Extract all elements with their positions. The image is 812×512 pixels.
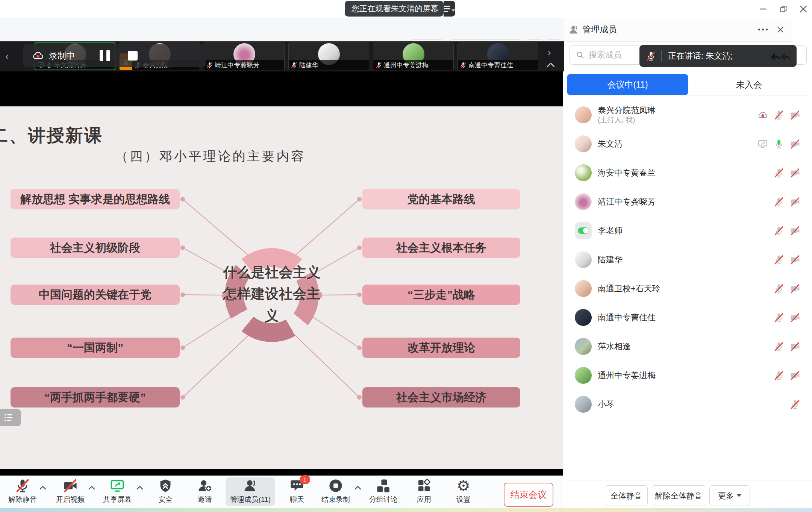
mute-all-button[interactable]: 全体静音 — [605, 485, 648, 506]
stop-recording-button[interactable] — [128, 51, 138, 61]
participant-row[interactable]: 海安中专黄春兰 — [564, 158, 812, 187]
participant-name: 泰兴分院范凤琳 — [598, 105, 656, 116]
camera-off-icon[interactable] — [790, 313, 800, 323]
mic-off-icon[interactable] — [774, 226, 784, 236]
video-tile-nantong[interactable]: 南通中专曹佳佳 — [458, 42, 538, 70]
avatar — [575, 251, 592, 268]
avatar — [575, 222, 592, 239]
scroll-left-button[interactable]: ‹ — [5, 50, 9, 62]
participant-list: 泰兴分院范凤琳 (主持人, 我) 朱文清 — [564, 100, 812, 419]
apps-icon — [417, 479, 431, 493]
breakout-icon — [376, 479, 391, 493]
camera-off-icon[interactable] — [790, 139, 800, 149]
gear-icon: ⚙ — [457, 479, 470, 493]
raise-hand-history-icon — [766, 49, 793, 63]
mic-off-icon[interactable] — [774, 342, 784, 351]
cloud-recording-icon[interactable] — [758, 110, 768, 120]
chevron-up-icon — [39, 486, 46, 490]
toolbar-stop-recording[interactable]: 结束录制 — [311, 478, 360, 504]
participant-name: 李老师 — [598, 226, 623, 236]
mic-off-icon[interactable] — [774, 313, 784, 323]
participant-name: 小琴 — [598, 399, 614, 410]
video-tile-tongzhou[interactable]: 通州中专姜进梅 — [373, 42, 454, 70]
participant-row[interactable]: 萍水相逢 — [564, 332, 812, 361]
collapse-strip-button[interactable] — [547, 62, 555, 67]
video-tile-label: 陆建华 — [289, 60, 369, 70]
mic-off-icon[interactable] — [774, 168, 784, 178]
tab-not-joined[interactable]: 未入会 — [688, 74, 810, 95]
participant-row[interactable]: 靖江中专龚晓芳 — [564, 187, 812, 216]
mic-off-icon — [460, 62, 467, 68]
camera-off-icon[interactable] — [790, 168, 800, 178]
mic-off-icon[interactable] — [774, 255, 784, 265]
video-tile-lujianhua[interactable]: 陆建华 — [288, 42, 369, 70]
camera-off-icon[interactable] — [790, 197, 800, 207]
participant-name: 南通中专曹佳佳 — [598, 312, 656, 323]
panel-more-button[interactable] — [758, 29, 768, 30]
participant-row[interactable]: 陆建华 — [564, 245, 812, 274]
diagram-box-right-4: 改革开放理论 — [362, 338, 520, 358]
mic-on-icon[interactable] — [774, 139, 784, 149]
mic-off-icon[interactable] — [774, 371, 784, 380]
center-line: 怎样建设社会主 — [208, 283, 336, 304]
participant-name: 海安中专黄春兰 — [598, 168, 656, 178]
camera-off-icon[interactable] — [790, 255, 800, 265]
mic-off-icon — [646, 51, 656, 61]
recording-label: 录制中 — [49, 50, 75, 62]
presentation-slide: 二、讲授新课 （四）邓小平理论的主要内容 — [0, 106, 563, 469]
restore-window-button[interactable] — [777, 3, 790, 15]
toolbar-unmute[interactable]: 解除静音 — [0, 478, 47, 504]
participant-row[interactable]: 南通中专曹佳佳 — [564, 303, 812, 332]
participant-name: 陆建华 — [598, 254, 623, 265]
banner-menu-button[interactable] — [444, 1, 455, 17]
screen-share-icon[interactable] — [758, 139, 768, 149]
banner-menu-icon — [444, 6, 450, 12]
bottom-toolbar: 解除静音 开启视频 共享屏幕 安全 邀请 — [0, 476, 563, 508]
members-icon — [243, 479, 258, 493]
participant-row[interactable]: 李老师 — [564, 216, 812, 245]
more-label: 更多 — [718, 491, 734, 501]
video-tile-label: 通州中专姜进梅 — [373, 60, 453, 70]
camera-off-icon[interactable] — [790, 342, 800, 351]
avatar — [575, 280, 592, 297]
camera-off-icon[interactable] — [790, 284, 800, 294]
scroll-right-button[interactable]: › — [547, 47, 551, 58]
camera-off-icon[interactable] — [790, 110, 800, 120]
video-thumbnail-strip: ‹ 朱文清的屏… 泰兴分院... 靖江中专龚晓芳 — [0, 41, 564, 71]
toast-divider — [661, 50, 662, 62]
panel-close-button[interactable] — [777, 26, 784, 33]
search-icon — [576, 51, 584, 59]
mic-off-icon[interactable] — [774, 284, 784, 294]
camera-off-icon — [63, 479, 77, 493]
toolbar-invite[interactable]: 邀请 — [180, 478, 229, 504]
participant-row[interactable]: 小琴 — [564, 390, 812, 419]
shared-screen-stage: 二、讲授新课 （四）邓小平理论的主要内容 — [0, 71, 563, 476]
minimize-button[interactable] — [756, 3, 770, 15]
unmute-all-button[interactable]: 解除全体静音 — [652, 485, 705, 506]
pause-recording-button[interactable] — [100, 50, 110, 61]
mic-off-icon[interactable] — [790, 400, 800, 409]
tab-in-meeting[interactable]: 会议中(11) — [567, 74, 688, 95]
toolbar-start-video[interactable]: 开启视频 — [46, 478, 95, 504]
panel-header: 管理成员 — [564, 18, 792, 42]
participant-row[interactable]: 南通卫校+石天玲 — [564, 274, 812, 303]
mic-off-icon — [15, 479, 30, 493]
watching-banner: 您正在观看朱文清的屏幕 — [345, 1, 444, 17]
participant-row[interactable]: 朱文清 — [564, 129, 812, 158]
camera-off-icon[interactable] — [790, 226, 800, 236]
end-meeting-button[interactable]: 结束会议 — [504, 483, 553, 507]
participant-row[interactable]: 泰兴分院范凤琳 (主持人, 我) — [564, 100, 812, 129]
more-button[interactable]: 更多 — [709, 485, 750, 506]
video-tile-jingjiang[interactable]: 靖江中专龚晓芳 — [204, 42, 285, 70]
camera-off-icon[interactable] — [790, 371, 800, 380]
toolbar-settings[interactable]: ⚙ 设置 — [439, 478, 488, 504]
participant-row[interactable]: 通州中专姜进梅 — [564, 361, 812, 390]
participant-name: 通州中专姜进梅 — [598, 370, 656, 381]
close-window-button[interactable] — [797, 3, 810, 15]
toolbar-share-screen[interactable]: 共享屏幕 — [93, 478, 142, 504]
mic-off-icon[interactable] — [774, 110, 784, 120]
toolbar-manage-members[interactable]: 管理成员(11) — [226, 478, 275, 504]
mic-off-icon[interactable] — [774, 197, 784, 207]
mic-options-chevron[interactable] — [39, 486, 46, 490]
diagram-box-right-3: “三步走”战略 — [362, 285, 520, 305]
